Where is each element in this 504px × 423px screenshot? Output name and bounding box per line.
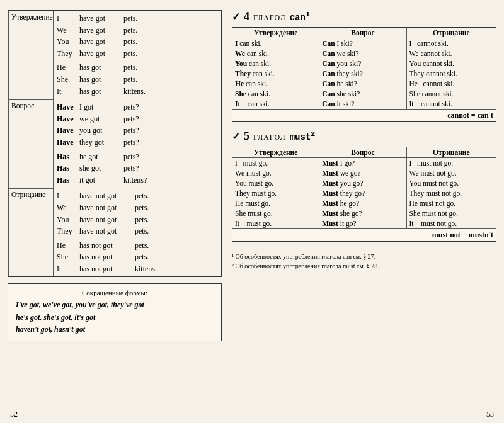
section4-label-ru: ГЛАГОЛ <box>253 13 286 23</box>
can-q-you: Can you ski? <box>319 59 406 69</box>
affirmative-group-2: Hehas gotpets. Shehas gotpets. Ithas got… <box>57 62 218 97</box>
must-row-they: They must go. Must they go? They must no… <box>232 188 496 198</box>
can-neg-she: She cannot ski. <box>406 89 496 99</box>
mustnot-note: must not = mustn't <box>232 229 496 242</box>
must-aff-we: We must go. <box>232 168 319 178</box>
verb-has-got: has got <box>79 62 123 74</box>
neg-row-i: Ihave not gotpets. <box>57 190 218 202</box>
must-table: Утверждение Вопрос Отрицание I must go. … <box>232 147 496 242</box>
subj-i: I <box>57 13 79 25</box>
can-row-i: I can ski. Can I ski? I cannot ski. <box>232 38 496 49</box>
neg-row-they: Theyhave not gotpets. <box>57 225 218 237</box>
must-aff-they: They must go. <box>232 188 319 198</box>
neg-row-she: Shehas not gotpets. <box>57 251 218 263</box>
footnote-1: ¹ Об особенностях употребления глагола c… <box>232 252 496 261</box>
must-aff-you: You must go. <box>232 178 319 188</box>
page-numbers: 52 53 <box>0 407 504 423</box>
obj-pets: pets. <box>123 62 218 74</box>
must-header-aff: Утверждение <box>232 147 319 158</box>
neg-row-it: Ithas not gotkittens. <box>57 263 218 275</box>
aff-row-you: Youhave gotpets. <box>57 36 218 48</box>
verb-has-got: has got <box>79 74 123 86</box>
q-row-she: Hasshe gotpets? <box>57 162 218 174</box>
section5-header: ✓ 5 ГЛАГОЛ must2 <box>232 130 496 143</box>
question-group-1: HaveI gotpets? Havewe gotpets? Haveyou g… <box>57 101 218 148</box>
subj-she: She <box>57 74 79 86</box>
page-number-right: 53 <box>486 410 494 419</box>
must-aff-i: I must go. <box>232 158 319 169</box>
can-aff-it: It can ski. <box>232 99 319 110</box>
section-can: ✓ 4 ГЛАГОЛ can1 Утверждение Вопрос Отриц… <box>232 10 496 122</box>
footnotes: ¹ Об особенностях употребления глагола c… <box>232 252 496 271</box>
must-header-neg: Отрицание <box>406 147 496 158</box>
verb-has-got: has got <box>79 86 123 98</box>
can-aff-they: They can ski. <box>232 69 319 79</box>
must-row-we: We must go. Must we go? We must not go. <box>232 168 496 178</box>
must-q-he: Must he go? <box>319 198 406 208</box>
can-neg-they: They cannot ski. <box>406 69 496 79</box>
must-q-it: Must it go? <box>319 218 406 229</box>
have-got-negative-row: Отрицание Ihave not gotpets. Wehave not … <box>8 188 221 276</box>
footnote-2: ² Об особенностях употребления глагола m… <box>232 261 496 271</box>
can-aff-we: We can ski. <box>232 48 319 59</box>
verb-have-got: have got <box>79 25 123 37</box>
can-neg-i: I cannot ski. <box>406 38 496 49</box>
can-aff-she: She can ski. <box>232 89 319 99</box>
negative-label: Отрицание <box>8 188 54 276</box>
section-must: ✓ 5 ГЛАГОЛ must2 Утверждение Вопрос Отри… <box>232 130 496 242</box>
aff-row-he: Hehas gotpets. <box>57 62 218 74</box>
can-header-q: Вопрос <box>319 28 406 38</box>
must-neg-we: We must not go. <box>406 168 496 178</box>
obj-pets: pets. <box>123 25 218 37</box>
neg-row-you: Youhave not gotpets. <box>57 214 218 226</box>
page-right: ✓ 4 ГЛАГОЛ can1 Утверждение Вопрос Отриц… <box>232 10 496 401</box>
page-left: Утверждение Ihave gotpets. Wehave gotpet… <box>8 10 222 401</box>
can-table: Утверждение Вопрос Отрицание I can ski. … <box>232 27 496 122</box>
obj-kittens: kittens. <box>123 86 218 98</box>
aff-row-she: Shehas gotpets. <box>57 74 218 86</box>
can-note-row: cannot = can't <box>232 110 496 122</box>
negative-group-1: Ihave not gotpets. Wehave not gotpets. Y… <box>57 190 218 237</box>
aff-row-we: Wehave gotpets. <box>57 25 218 37</box>
can-q-he: Can he ski? <box>319 79 406 89</box>
have-got-affirmative-row: Утверждение Ihave gotpets. Wehave gotpet… <box>8 11 221 99</box>
aff-row-it: Ithas gotkittens. <box>57 86 218 98</box>
have-got-table-container: Утверждение Ihave gotpets. Wehave gotpet… <box>8 10 222 277</box>
q-row-it: Hasit gotkittens? <box>57 174 218 186</box>
must-row-i: I must go. Must I go? I must not go. <box>232 158 496 169</box>
section5-label-en: must2 <box>290 130 316 142</box>
can-row-they: They can ski. Can they ski? They cannot … <box>232 69 496 79</box>
section5-label-ru: ГЛАГОЛ <box>253 133 286 142</box>
must-neg-she: She must not go. <box>406 208 496 218</box>
can-neg-we: We cannot ski. <box>406 48 496 59</box>
subj-it: It <box>57 86 79 98</box>
can-aff-he: He can ski. <box>232 79 319 89</box>
must-aff-she: She must go. <box>232 208 319 218</box>
must-q-they: Must they go? <box>319 188 406 198</box>
neg-row-we: Wehave not gotpets. <box>57 202 218 214</box>
shortforms-box: Сокращённые формы: I've got, we've got, … <box>8 283 222 341</box>
must-neg-he: He must not go. <box>406 198 496 208</box>
q-row-they: Havethey gotpets? <box>57 137 218 149</box>
can-q-she: Can she ski? <box>319 89 406 99</box>
shortforms-content: I've got, we've got, you've got, they've… <box>16 299 214 336</box>
must-neg-it: It must not go. <box>406 218 496 229</box>
section4-number: 4 <box>244 10 249 23</box>
section4-header: ✓ 4 ГЛАГОЛ can1 <box>232 10 496 23</box>
aff-row-i: Ihave gotpets. <box>57 13 218 25</box>
obj-pets: pets. <box>123 74 218 86</box>
section5-number: 5 <box>244 130 249 143</box>
q-row-i: HaveI gotpets? <box>57 101 218 113</box>
can-row-she: She can ski. Can she ski? She cannot ski… <box>232 89 496 99</box>
q-row-he: Hashe gotpets? <box>57 151 218 163</box>
must-q-she: Must she go? <box>319 208 406 218</box>
can-q-it: Can it ski? <box>319 99 406 110</box>
subj-they: They <box>57 48 79 60</box>
q-row-you: Haveyou gotpets? <box>57 125 218 137</box>
must-neg-they: They must not go. <box>406 188 496 198</box>
can-aff-i: I can ski. <box>232 38 319 49</box>
aff-row-they: Theyhave gotpets. <box>57 48 218 60</box>
have-got-question-row: Вопрос HaveI gotpets? Havewe gotpets? Ha… <box>8 99 221 188</box>
obj-pets: pets. <box>123 13 218 25</box>
shortforms-line1: I've got, we've got, you've got, they've… <box>16 299 214 311</box>
